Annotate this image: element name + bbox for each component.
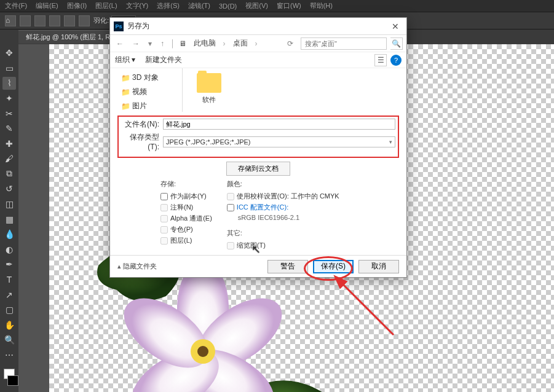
move-tool-icon[interactable]: ✥ (2, 47, 16, 60)
tool-palette: ✥ ▭ ⌇ ✦ ✂ ✎ ✚ 🖌 ⧉ ↺ ◫ ▦ 💧 ◐ ✒ T ↗ ▢ ✋ 🔍 … (0, 44, 18, 392)
nav-fwd-icon[interactable]: → (130, 39, 142, 48)
marquee-tool-icon[interactable]: ▭ (2, 62, 16, 75)
folder-icon: 📁 (121, 88, 130, 96)
close-icon[interactable]: ✕ (388, 22, 403, 31)
menu-view[interactable]: 视图(V) (245, 1, 268, 10)
crumb-this-pc[interactable]: 此电脑 (190, 37, 220, 50)
opt-proof[interactable]: 使用校样设置(O): 工作中的 CMYK (227, 192, 339, 201)
nav-recent-icon[interactable]: ▾ (146, 39, 154, 48)
refresh-icon[interactable]: ⟳ (287, 39, 293, 48)
filename-input[interactable] (163, 119, 395, 130)
brush-tool-icon[interactable]: 🖌 (2, 152, 16, 165)
crop-tool-icon[interactable]: ✂ (2, 107, 16, 120)
opt-spot[interactable]: 专色(P) (160, 225, 212, 234)
save-options: 文件名(N): 保存类型(T): JPEG (*.JPG;*.JPEG;*.JP… (110, 112, 406, 255)
menu-3d[interactable]: 3D(D) (219, 2, 237, 10)
selection-mode-new-icon[interactable] (34, 15, 46, 26)
filetype-combo[interactable]: JPEG (*.JPG;*.JPEG;*.JPE) (163, 136, 395, 147)
save-button[interactable]: 保存(S) (313, 260, 354, 273)
crumb-desktop[interactable]: 桌面 (229, 37, 251, 50)
type-tool-icon[interactable]: T (2, 273, 16, 286)
pc-icon: 🖥 (179, 39, 186, 48)
pen-tool-icon[interactable]: ✒ (2, 258, 16, 271)
gradient-tool-icon[interactable]: ▦ (2, 213, 16, 225)
dodge-tool-icon[interactable]: ◐ (2, 243, 16, 256)
tool-preset-icon[interactable] (20, 15, 31, 26)
folder-icon: 📁 (121, 102, 130, 111)
organize-menu[interactable]: 组织 ▾ (115, 55, 135, 65)
tree-videos[interactable]: 📁视频 (110, 85, 182, 99)
blur-tool-icon[interactable]: 💧 (2, 228, 16, 241)
hide-folders-toggle[interactable]: 隐藏文件夹 (117, 262, 157, 271)
folder-icon (197, 73, 221, 93)
eyedropper-tool-icon[interactable]: ✎ (2, 122, 16, 135)
file-name: 软件 (202, 95, 216, 104)
tree-pictures[interactable]: 📁图片 (110, 99, 182, 112)
view-mode-icon[interactable]: ☰ (374, 54, 387, 66)
app-menubar: 文件(F) 编辑(E) 图像(I) 图层(L) 文字(Y) 选择(S) 滤镜(T… (0, 0, 554, 12)
more-tool-icon[interactable]: ⋯ (2, 349, 16, 362)
opt-copy[interactable]: 作为副本(Y) (160, 192, 212, 201)
folder-tree: 📁3D 对象 📁视频 📁图片 📁文档 📁下载 📁音乐 📁桌面 (110, 68, 183, 112)
history-brush-icon[interactable]: ↺ (2, 182, 16, 195)
selection-mode-add-icon[interactable] (49, 15, 60, 26)
search-input[interactable] (301, 37, 387, 50)
shape-tool-icon[interactable]: ▢ (2, 304, 16, 316)
menu-type[interactable]: 文字(Y) (126, 1, 149, 10)
background-swatch[interactable] (7, 375, 18, 386)
dialog-nav: ← → ▾ ↑ │ 🖥 此电脑 › 桌面 › ⟳ 🔍 (110, 35, 406, 52)
eraser-tool-icon[interactable]: ◫ (2, 198, 16, 211)
menu-layer[interactable]: 图层(L) (95, 1, 117, 10)
menu-edit[interactable]: 编辑(E) (36, 1, 58, 10)
folder-icon: 📁 (121, 74, 130, 82)
opt-alpha[interactable]: Alpha 通道(E) (160, 214, 212, 223)
selection-mode-subtract-icon[interactable] (64, 15, 75, 26)
menu-help[interactable]: 帮助(H) (310, 1, 333, 10)
menu-select[interactable]: 选择(S) (157, 1, 180, 10)
menu-filter[interactable]: 滤镜(T) (188, 1, 210, 10)
warning-button[interactable]: 警告 (267, 260, 308, 273)
nav-up-icon[interactable]: ↑ (158, 39, 167, 48)
lasso-tool-icon[interactable]: ⌇ (2, 77, 16, 90)
stamp-tool-icon[interactable]: ⧉ (2, 168, 16, 181)
new-folder-button[interactable]: 新建文件夹 (145, 55, 182, 65)
opt-thumb[interactable]: 缩览图(T) (227, 241, 339, 250)
save-to-cloud-button[interactable]: 存储到云文档 (226, 162, 290, 176)
dialog-footer: 隐藏文件夹 警告 保存(S) 取消 (110, 255, 406, 277)
menu-file[interactable]: 文件(F) (5, 1, 27, 10)
other-header: 其它: (227, 229, 339, 238)
tree-3d[interactable]: 📁3D 对象 (110, 71, 182, 85)
file-item[interactable]: 软件 (188, 73, 231, 104)
search-icon[interactable]: 🔍 (390, 37, 403, 50)
icc-profile-name: sRGB IEC61966-2.1 (227, 214, 339, 221)
heal-tool-icon[interactable]: ✚ (2, 137, 16, 150)
storage-header: 存储: (160, 179, 212, 189)
selection-mode-intersect-icon[interactable] (79, 15, 90, 26)
file-list[interactable]: 软件 (183, 68, 406, 112)
opt-icc[interactable]: ICC 配置文件(C): (227, 203, 339, 212)
dialog-toolbar: 组织 ▾ 新建文件夹 ☰ ? (110, 52, 406, 68)
opt-notes[interactable]: 注释(N) (160, 203, 212, 212)
menu-window[interactable]: 窗口(W) (277, 1, 301, 10)
hand-tool-icon[interactable]: ✋ (2, 318, 16, 331)
opt-layers[interactable]: 图层(L) (160, 236, 212, 245)
home-icon[interactable]: ⌂ (5, 15, 16, 26)
save-as-dialog: Ps 另存为 ✕ ← → ▾ ↑ │ 🖥 此电脑 › 桌面 › ⟳ 🔍 组织 ▾… (109, 17, 407, 278)
filename-label: 文件名(N): (121, 119, 159, 130)
svg-point-6 (197, 346, 208, 357)
annotation-highlight-box: 文件名(N): 保存类型(T): JPEG (*.JPG;*.JPEG;*.JP… (117, 116, 399, 158)
help-icon[interactable]: ? (390, 55, 402, 66)
zoom-tool-icon[interactable]: 🔍 (2, 334, 16, 347)
cancel-button[interactable]: 取消 (358, 260, 399, 273)
color-header: 颜色: (227, 179, 339, 189)
wand-tool-icon[interactable]: ✦ (2, 92, 16, 105)
filetype-label: 保存类型(T): (121, 132, 159, 151)
nav-back-icon[interactable]: ← (114, 39, 126, 48)
dialog-titlebar[interactable]: Ps 另存为 ✕ (110, 18, 406, 35)
path-tool-icon[interactable]: ↗ (2, 288, 16, 301)
menu-image[interactable]: 图像(I) (67, 1, 87, 10)
feather-label: 羽化: (93, 16, 109, 25)
ps-icon: Ps (114, 22, 124, 31)
dialog-title: 另存为 (127, 21, 388, 31)
